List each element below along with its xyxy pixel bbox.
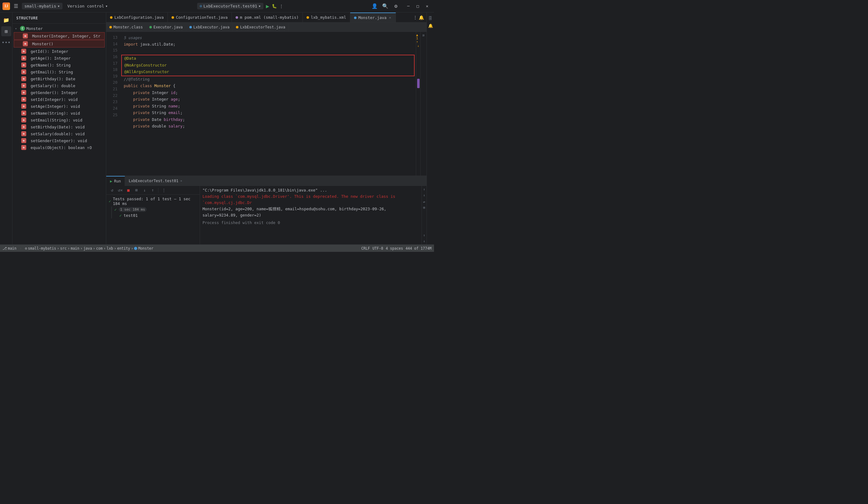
import-button[interactable]: ↓ bbox=[141, 187, 148, 194]
tab-pom-xml[interactable]: m pom.xml (small-mybatis) bbox=[232, 12, 303, 22]
tab-dot bbox=[172, 16, 174, 19]
filter-btn[interactable]: ⊞ bbox=[422, 205, 426, 210]
status-breadcrumb[interactable]: ⊙ small-mybatis › src › main › java › co… bbox=[25, 246, 153, 250]
maximize-button[interactable]: □ bbox=[413, 2, 422, 11]
bottom-tab-close[interactable]: ✕ bbox=[180, 179, 182, 183]
stop-button[interactable]: ■ bbox=[125, 187, 132, 194]
code-line-25: private double salary; bbox=[121, 123, 416, 130]
sidebar-icon-structure[interactable]: ⊞ bbox=[1, 26, 11, 36]
tab2-lxb-executor-test[interactable]: LxbExecutorTest.java bbox=[233, 22, 289, 32]
status-spaces[interactable]: 4 spaces bbox=[386, 246, 403, 250]
tree-item-setbirthday[interactable]: m setBirthday(Date): void bbox=[12, 123, 106, 130]
tab2-lxb-executor[interactable]: LxbExecutor.java bbox=[186, 22, 233, 32]
tree-item-setsalary[interactable]: m setSalary(double): void bbox=[12, 130, 106, 137]
right-sidebar-notif[interactable]: 🔔 bbox=[427, 22, 434, 29]
tree-item-constructor-all[interactable]: m Monster(Integer, Integer, Str bbox=[14, 32, 105, 40]
tab2-executor[interactable]: Executor.java bbox=[146, 22, 186, 32]
project-chevron: ▾ bbox=[58, 4, 60, 8]
project-selector[interactable]: small-mybatis ▾ bbox=[22, 3, 62, 9]
settings-btn[interactable]: ↑ bbox=[422, 233, 426, 237]
right-sidebar-db[interactable]: 🗄 bbox=[427, 15, 434, 21]
tree-root-monster[interactable]: ▾ C Monster bbox=[12, 25, 106, 32]
tree-item-setemail[interactable]: m setEmail(String): void bbox=[12, 116, 106, 123]
more-run-options[interactable]: ⋮ bbox=[279, 4, 283, 8]
editor-top: LxbConfiguration.java ConfigurationTest.… bbox=[106, 12, 426, 176]
title-bar: IJ ☰ small-mybatis ▾ Version control ▾ ⊙… bbox=[0, 0, 434, 12]
tree-item-setgender[interactable]: m setGender(Integer): void bbox=[12, 137, 106, 144]
run-config-tab-label: LxbExecutorTest.test01 bbox=[129, 179, 178, 183]
tree-item-setid[interactable]: m setId(Integer): void bbox=[12, 96, 106, 103]
status-sep1: › bbox=[20, 246, 22, 250]
status-git[interactable]: ⎇ main bbox=[2, 246, 17, 250]
warning-nav-down[interactable]: ↓ bbox=[417, 44, 419, 48]
tests-passed-line: ✓ Tests passed: 1 of 1 test – 1 sec 184 … bbox=[109, 196, 197, 207]
scroll-down-btn[interactable]: ↓ bbox=[422, 193, 426, 197]
test-item-test01[interactable]: ✓ test01 bbox=[114, 213, 197, 218]
breadcrumb-lxb: lxb bbox=[106, 246, 113, 250]
code-line-16: @NoArgsConstructor bbox=[122, 62, 414, 69]
tree-item-getsalary[interactable]: m getSalary(): double bbox=[12, 82, 106, 89]
tab-close-button[interactable]: ✕ bbox=[389, 15, 392, 20]
sidebar-icon-folder[interactable]: 📁 bbox=[1, 15, 11, 25]
tree-item-setname[interactable]: m setName(String): void bbox=[12, 110, 106, 116]
status-crlf[interactable]: CRLF bbox=[361, 246, 370, 250]
tree-item-label: setEmail(String): void bbox=[31, 118, 82, 123]
tree-item-getname[interactable]: m getName(): String bbox=[12, 62, 106, 69]
tab-lxb-config[interactable]: LxbConfiguration.java bbox=[106, 12, 168, 22]
tree-item-getid[interactable]: m getId(): Integer bbox=[12, 48, 106, 55]
tree-item-getage[interactable]: m getAge(): Integer bbox=[12, 55, 106, 62]
run-config-selector[interactable]: ⊙ LxbExecutorTest.test01 ▾ bbox=[197, 3, 264, 9]
status-encoding[interactable]: UTF-8 bbox=[372, 246, 383, 250]
tree-item-getbirthday[interactable]: m getBirthday(): Date bbox=[12, 75, 106, 82]
scroll-up-btn[interactable]: ↑ bbox=[422, 187, 426, 192]
run-left-panel: ↺ ↺✕ ■ ⊞ ↓ ↑ ⋮ ✓ Tests passe bbox=[106, 186, 200, 244]
rerun-button[interactable]: ↺ bbox=[109, 187, 116, 194]
debug-button[interactable]: 🐛 bbox=[272, 4, 277, 8]
scroll-thumb[interactable] bbox=[417, 79, 420, 88]
method-icon: m bbox=[21, 62, 26, 68]
tree-item-label: getId(): Integer bbox=[31, 49, 68, 54]
test-check: ✓ bbox=[114, 207, 117, 212]
tree-item-label: equals(Object): boolean ↑O bbox=[31, 145, 92, 150]
toggle-tree-button[interactable]: ⊞ bbox=[133, 187, 140, 194]
window-controls: ─ □ ✕ bbox=[404, 2, 432, 11]
code-line-13: import java.util.Date; bbox=[121, 41, 416, 48]
export-button[interactable]: ↑ bbox=[149, 187, 156, 194]
tab-lxb-mybatis[interactable]: lxb_mybatis.xml bbox=[303, 12, 350, 22]
tab2-monster-class[interactable]: Monster.class bbox=[106, 22, 146, 32]
more-options[interactable]: ⋮ bbox=[160, 187, 167, 194]
tree-item-constructor-no-args[interactable]: m Monster() bbox=[14, 40, 105, 48]
code-editor[interactable]: 5 usages import java.util.Date; bbox=[121, 32, 416, 176]
rerun-failed-button[interactable]: ↺✕ bbox=[117, 187, 124, 194]
run-button[interactable]: ▶ bbox=[266, 3, 269, 9]
hamburger-menu[interactable]: ☰ bbox=[12, 2, 19, 10]
bottom-tab-run[interactable]: ▶ Run bbox=[106, 176, 125, 186]
tree-item-label: setId(Integer): void bbox=[31, 97, 78, 102]
settings-button[interactable]: ⚙ bbox=[392, 2, 400, 11]
tree-item-label: Monster(Integer, Integer, Str bbox=[32, 34, 100, 39]
minimize-button[interactable]: ─ bbox=[404, 2, 413, 11]
tab-config-test[interactable]: ConfigurationTest.java bbox=[168, 12, 232, 22]
sidebar-icon-more[interactable]: ••• bbox=[1, 38, 11, 48]
cmd-text: "C:\Program Files\Java\jdk1.8.0_181\bin\… bbox=[203, 188, 327, 193]
console-output: Monster(id=2, age=200, name=狐狸精, email=h… bbox=[203, 206, 419, 218]
tab-monster-java[interactable]: Monster.java ✕ bbox=[350, 12, 396, 22]
bottom-tab-run-config[interactable]: LxbExecutorTest.test01 ✕ bbox=[125, 176, 186, 186]
tree-item-getgender[interactable]: m getGender(): Integer bbox=[12, 89, 106, 96]
status-position[interactable]: 444 of 1774M bbox=[405, 246, 432, 250]
run-tab-label: Run bbox=[114, 179, 121, 183]
tree-item-getemail[interactable]: m getEmail(): String bbox=[12, 69, 106, 75]
test-check: ✓ bbox=[120, 213, 122, 218]
wrap-btn[interactable]: ⇌ bbox=[422, 200, 426, 204]
tree-item-setage[interactable]: m setAge(Integer): void bbox=[12, 103, 106, 110]
spaces-label: 4 spaces bbox=[386, 246, 403, 250]
tab-bar-more[interactable]: ⋮ bbox=[413, 15, 417, 20]
tree-item-equals[interactable]: m equals(Object): boolean ↑O bbox=[12, 144, 106, 151]
profile-button[interactable]: 👤 bbox=[370, 2, 379, 11]
tab-bar-bell[interactable]: 🔔 bbox=[419, 15, 424, 20]
version-control-selector[interactable]: Version control ▾ bbox=[65, 3, 110, 9]
close-button[interactable]: ✕ bbox=[423, 2, 432, 11]
warning-indicator: ▲ 1 ↑ bbox=[416, 33, 420, 43]
search-button[interactable]: 🔍 bbox=[381, 2, 390, 11]
sort-btn[interactable]: ↓ bbox=[422, 239, 426, 243]
